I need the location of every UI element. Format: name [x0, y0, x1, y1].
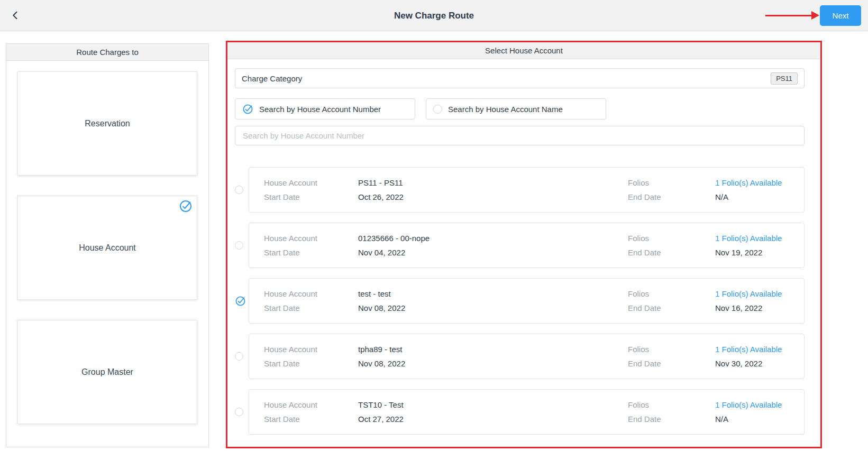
- route-target-list: Reservation House Account Group Master: [6, 61, 208, 424]
- next-button[interactable]: Next: [820, 5, 861, 26]
- radio-unchecked-icon: [235, 408, 243, 416]
- end-date-value: Nov 16, 2022: [715, 303, 799, 312]
- route-charges-panel-title: Route Charges to: [6, 44, 208, 61]
- house-account-list: House Account PS11 - PS11 Folios 1 Folio…: [235, 167, 805, 435]
- row-radio[interactable]: [235, 241, 249, 250]
- folios-available-link[interactable]: 1 Folio(s) Available: [715, 234, 799, 243]
- start-date-value: Oct 27, 2022: [358, 415, 628, 424]
- route-target-label: Reservation: [85, 119, 130, 128]
- end-date-field-label: End Date: [628, 248, 715, 257]
- end-date-value: N/A: [715, 415, 799, 424]
- row-radio[interactable]: [235, 408, 249, 416]
- back-button[interactable]: [8, 8, 23, 23]
- radio-unchecked-icon: [235, 352, 243, 361]
- page-title: New Charge Route: [0, 0, 868, 31]
- house-account-value: TST10 - Test: [358, 400, 628, 409]
- start-date-value: Nov 08, 2022: [358, 303, 628, 312]
- select-house-account-body: Charge Category PS11 Search by House Acc…: [227, 59, 820, 435]
- charge-category-label: Charge Category: [242, 74, 302, 83]
- top-header: New Charge Route Next: [0, 0, 868, 31]
- annotation-arrow-head: [811, 11, 819, 20]
- radio-unchecked-icon: [433, 105, 442, 114]
- route-target-card[interactable]: Group Master: [17, 320, 197, 424]
- house-account-field-label: House Account: [264, 234, 358, 243]
- select-house-account-title: Select House Account: [227, 42, 820, 59]
- folios-field-label: Folios: [628, 289, 715, 298]
- route-target-label: Group Master: [81, 367, 133, 377]
- row-radio[interactable]: [235, 296, 249, 307]
- search-mode-option[interactable]: Search by House Account Name: [426, 98, 606, 119]
- route-target-label: House Account: [79, 243, 136, 253]
- house-account-value: test - test: [358, 289, 628, 298]
- folios-available-link[interactable]: 1 Folio(s) Available: [715, 178, 799, 187]
- folios-field-label: Folios: [628, 345, 715, 354]
- house-account-value: 01235666 - 00-nope: [358, 234, 628, 243]
- search-mode-label: Search by House Account Name: [448, 105, 563, 114]
- house-account-card: House Account tpha89 - test Folios 1 Fol…: [249, 334, 805, 379]
- house-account-card: House Account PS11 - PS11 Folios 1 Folio…: [249, 167, 805, 213]
- select-house-account-panel: Select House Account Charge Category PS1…: [226, 41, 822, 448]
- start-date-value: Nov 04, 2022: [358, 248, 628, 257]
- start-date-field-label: Start Date: [264, 415, 358, 424]
- folios-available-link[interactable]: 1 Folio(s) Available: [715, 345, 799, 354]
- house-account-card: House Account 01235666 - 00-nope Folios …: [249, 223, 805, 268]
- house-account-row[interactable]: House Account 01235666 - 00-nope Folios …: [235, 223, 805, 268]
- house-account-row[interactable]: House Account TST10 - Test Folios 1 Foli…: [235, 389, 805, 435]
- house-account-field-label: House Account: [264, 345, 358, 354]
- search-mode-option[interactable]: Search by House Account Number: [235, 98, 415, 119]
- route-charges-panel: Route Charges to Reservation House Accou…: [6, 43, 209, 447]
- end-date-field-label: End Date: [628, 359, 715, 368]
- radio-unchecked-icon: [235, 241, 243, 250]
- folios-field-label: Folios: [628, 234, 715, 243]
- start-date-value: Nov 08, 2022: [358, 359, 628, 368]
- search-mode-label: Search by House Account Number: [259, 105, 381, 114]
- check-circle-icon: [242, 104, 253, 115]
- house-account-value: tpha89 - test: [358, 345, 628, 354]
- route-target-card[interactable]: House Account: [17, 196, 197, 300]
- check-circle-icon: [235, 296, 246, 307]
- chevron-left-icon: [10, 10, 21, 22]
- row-radio[interactable]: [235, 186, 249, 194]
- end-date-value: Nov 19, 2022: [715, 248, 799, 257]
- folios-field-label: Folios: [628, 400, 715, 409]
- start-date-field-label: Start Date: [264, 359, 358, 368]
- annotation-arrow: [765, 15, 812, 16]
- house-account-field-label: House Account: [264, 289, 358, 298]
- start-date-value: Oct 26, 2022: [358, 192, 628, 201]
- route-target-card[interactable]: Reservation: [17, 71, 197, 176]
- start-date-field-label: Start Date: [264, 248, 358, 257]
- start-date-field-label: Start Date: [264, 192, 358, 201]
- row-radio[interactable]: [235, 352, 249, 361]
- house-account-row[interactable]: House Account test - test Folios 1 Folio…: [235, 278, 805, 324]
- house-account-field-label: House Account: [264, 400, 358, 409]
- start-date-field-label: Start Date: [264, 303, 358, 312]
- end-date-field-label: End Date: [628, 303, 715, 312]
- radio-unchecked-icon: [235, 186, 243, 194]
- search-input[interactable]: [235, 126, 805, 145]
- house-account-field-label: House Account: [264, 178, 358, 187]
- charge-category-field[interactable]: Charge Category PS11: [235, 68, 805, 88]
- charge-category-chip: PS11: [771, 72, 798, 85]
- folios-field-label: Folios: [628, 178, 715, 187]
- house-account-card: House Account TST10 - Test Folios 1 Foli…: [249, 389, 805, 435]
- house-account-row[interactable]: House Account PS11 - PS11 Folios 1 Folio…: [235, 167, 805, 213]
- end-date-value: Nov 30, 2022: [715, 359, 799, 368]
- end-date-field-label: End Date: [628, 192, 715, 201]
- folios-available-link[interactable]: 1 Folio(s) Available: [715, 289, 799, 298]
- end-date-field-label: End Date: [628, 415, 715, 424]
- check-circle-icon: [179, 199, 193, 213]
- folios-available-link[interactable]: 1 Folio(s) Available: [715, 400, 799, 409]
- end-date-value: N/A: [715, 192, 799, 201]
- house-account-row[interactable]: House Account tpha89 - test Folios 1 Fol…: [235, 334, 805, 379]
- house-account-value: PS11 - PS11: [358, 178, 628, 187]
- search-mode-group: Search by House Account Number Search by…: [235, 98, 805, 119]
- house-account-card: House Account test - test Folios 1 Folio…: [249, 278, 805, 324]
